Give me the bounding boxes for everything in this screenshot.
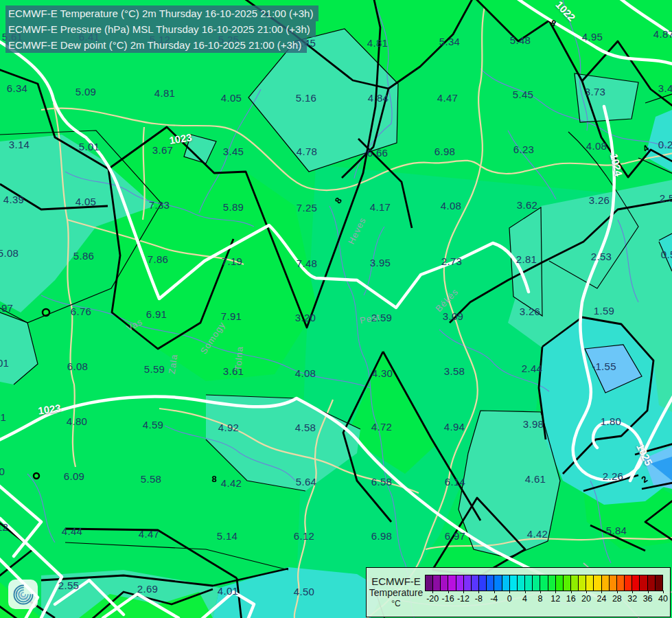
dew-point-value: 3.41 (658, 82, 672, 94)
legend-tick-mark (648, 591, 649, 593)
dew-point-value: 5.01 (79, 141, 100, 152)
dew-point-value: 3.26 (520, 306, 540, 317)
legend-color-cell (556, 575, 564, 591)
dew-point-value: 5.08 (0, 247, 19, 259)
dew-point-value: 4.72 (371, 421, 392, 433)
dew-point-value: 4.95 (582, 31, 603, 43)
legend-color-cell (594, 575, 601, 591)
legend-tick-mark (586, 591, 587, 593)
legend-tick-label: 32 (627, 594, 637, 604)
weather-spiral-logo (8, 580, 38, 609)
dew-point-value: 6.91 (146, 308, 167, 320)
dew-point-value: 4.08 (441, 200, 461, 211)
dew-point-value: 4.05 (221, 92, 242, 104)
dew-point-value: 3.12 (0, 521, 8, 533)
dew-point-value: 6.34 (7, 82, 27, 94)
dew-point-value: 4.92 (218, 422, 239, 433)
dew-point-value: 3.45 (223, 146, 244, 157)
legend-tick-label: 20 (581, 594, 591, 604)
dew-point-value: 2.69 (137, 583, 158, 595)
legend-tick-label: 4 (522, 594, 527, 604)
legend-color-cell (632, 575, 640, 591)
dew-point-value: 4.80 (67, 415, 87, 427)
legend-color-cell (472, 575, 479, 591)
dew-point-value: 5.48 (510, 34, 531, 46)
legend-color-cell (456, 575, 464, 591)
legend-unit: °C (367, 599, 426, 608)
legend-tick-label: 40 (658, 594, 668, 604)
dew-point-value: 4.39 (3, 194, 24, 205)
dew-point-value: 6.76 (71, 306, 91, 317)
legend-color-cell (510, 575, 518, 591)
legend-color-cell (479, 575, 487, 591)
dew-point-value: 4.05 (76, 196, 96, 207)
dew-point-value: 2.53 (660, 192, 672, 204)
title-pressure: ECMWF-E Pressure (hPa) MSL Thursday 16-1… (5, 21, 316, 37)
dew-point-value: 4.61 (525, 473, 546, 485)
legend-color-cell (586, 575, 594, 591)
dew-point-value: 4.44 (62, 525, 82, 537)
dew-point-value: 6.66 (367, 147, 388, 159)
dew-point-value: 4.47 (437, 92, 458, 104)
dew-point-value: 4.42 (527, 528, 548, 540)
legend-color-cell (617, 575, 625, 591)
dew-point-value: 6.09 (64, 470, 84, 482)
legend-color-cell (487, 575, 494, 591)
spiral-icon (11, 582, 36, 607)
contour-label: 8 (211, 474, 216, 484)
legend-tick-mark (540, 591, 541, 593)
map-title-block: ECMWF-E Temperature (°C) 2m Thursday 16-… (5, 5, 318, 53)
dew-point-value: 2.26 (603, 470, 623, 482)
dew-point-value: 3.62 (517, 199, 537, 211)
legend-tick-mark (509, 591, 510, 593)
legend-tick-label: 16 (566, 594, 576, 604)
dew-point-value: 3.95 (370, 257, 391, 268)
dew-point-value: 3.97 (0, 302, 13, 314)
dew-point-value: 7.91 (221, 310, 242, 322)
dew-point-value: 4.01 (218, 585, 238, 597)
dew-point-value: 4.08 (586, 140, 607, 152)
dew-point-value: 3.58 (444, 365, 465, 377)
dew-point-value: 4.87 (653, 28, 672, 40)
legend-color-cell (610, 575, 617, 591)
legend-color-cell (540, 575, 548, 591)
dew-point-value: 7.48 (297, 258, 317, 269)
dew-point-value: 4.50 (294, 586, 314, 597)
dew-point-value: 6.97 (445, 530, 465, 542)
region-label: Tolna (233, 345, 244, 371)
legend-tick-mark (525, 591, 526, 593)
dew-point-value: 4.17 (370, 201, 391, 213)
dew-point-value: 6.01 (0, 357, 9, 369)
dew-point-value: 4.30 (372, 367, 393, 379)
dew-point-value: 3.09 (443, 310, 463, 322)
dew-point-value: -1.55 (592, 360, 616, 372)
legend-tick-mark (617, 591, 618, 593)
legend-tick-label: 0 (507, 594, 512, 604)
legend-tick-label: -16 (442, 594, 454, 604)
dew-point-value: 6.23 (513, 144, 534, 155)
dew-point-value: 5.86 (73, 250, 94, 262)
dew-point-value: 1.80 (601, 415, 621, 427)
legend-tick-mark (663, 591, 664, 593)
dew-point-value: 4.08 (295, 367, 316, 379)
dew-point-value: 7.33 (149, 199, 170, 211)
legend-tick-mark (494, 591, 495, 593)
legend-color-cell (448, 575, 456, 591)
legend-color-cell (579, 575, 586, 591)
dew-point-value: 6.12 (294, 530, 314, 542)
legend-tick-label: 24 (596, 594, 606, 604)
dew-point-value: 4.47 (139, 528, 159, 540)
legend-color-cell (548, 575, 556, 591)
dew-point-value: 7.25 (297, 202, 317, 214)
dew-point-value: 7.86 (148, 253, 168, 265)
legend-color-bar (425, 575, 663, 591)
legend-color-cell (602, 575, 610, 591)
dew-point-value: 1.59 (594, 305, 614, 317)
legend-tick-mark (463, 591, 464, 593)
legend-parameter: Temperature (367, 587, 426, 598)
dew-point-value: 6.08 (67, 360, 88, 372)
legend-tick-mark (601, 591, 602, 593)
title-temperature: ECMWF-E Temperature (°C) 2m Thursday 16-… (5, 5, 318, 21)
legend-color-cell (426, 575, 433, 591)
dew-point-value: 4.42 (221, 477, 242, 489)
